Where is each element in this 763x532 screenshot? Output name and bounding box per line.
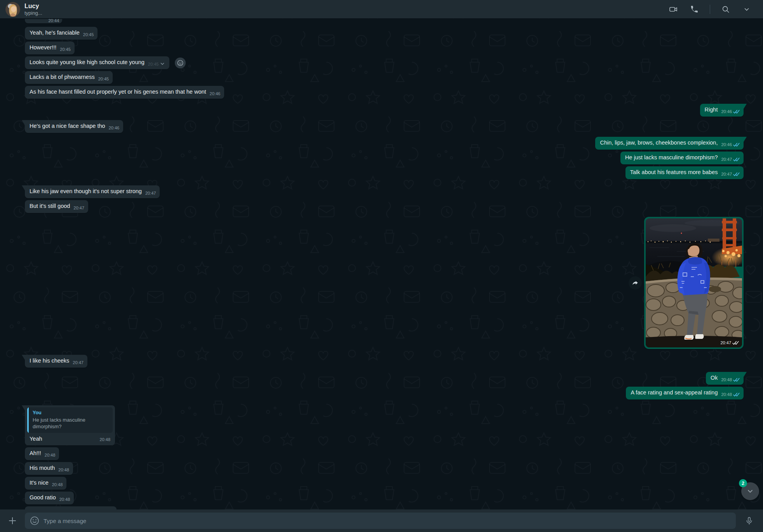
message-text: Yeah, he's fanciable: [30, 30, 80, 36]
message-text: It's nice: [30, 480, 49, 486]
smiley-icon: [30, 516, 40, 526]
quoted-message[interactable]: You He just lacks masculine dimorphism?: [27, 407, 113, 433]
message-menu-button[interactable]: [159, 61, 165, 67]
message-text: He's got a nice face shape tho: [30, 123, 105, 129]
message-text: But it's still good: [30, 203, 70, 209]
message-time: 20:47: [720, 340, 731, 345]
message-row: You He just lacks masculine dimorphism? …: [0, 405, 763, 445]
message-text: As his face hasnt filled out properly ye…: [30, 89, 206, 95]
message-time: 20:44: [48, 19, 59, 21]
message-list: 20:44 Yeah, he's fanciable20:45 However!…: [0, 18, 763, 509]
photo-thumbnail: [646, 218, 742, 347]
outgoing-message[interactable]: Right20:46: [700, 104, 744, 117]
incoming-message[interactable]: His mouth20:48: [25, 462, 73, 475]
message-time: 20:46: [109, 124, 120, 132]
message-composer: [0, 509, 763, 532]
incoming-message[interactable]: As his face hasnt filled out properly ye…: [25, 86, 224, 99]
message-time: 20:48: [58, 466, 69, 474]
smiley-icon: [177, 59, 184, 66]
message-text: Lacks a bit of phwoarness: [30, 74, 95, 80]
message-text: Talk about his features more babes: [630, 169, 718, 175]
attach-button[interactable]: [0, 509, 25, 532]
read-receipt-icon: [733, 172, 740, 176]
message-row: Yeah, he's fanciable20:45: [0, 27, 763, 40]
read-receipt-icon: [733, 157, 740, 162]
incoming-message[interactable]: Like his jaw even though it's not super …: [25, 185, 160, 198]
contact-avatar[interactable]: [5, 2, 20, 17]
incoming-message[interactable]: Good ratio20:48: [25, 492, 74, 504]
incoming-message[interactable]: He's got a nice face shape tho20:46: [25, 120, 123, 133]
incoming-message[interactable]: Yeah, he's fanciable20:45: [25, 27, 98, 40]
incoming-message[interactable]: Whatever you want to call it20:49: [25, 506, 117, 509]
chat-menu-button[interactable]: [739, 2, 754, 16]
image-message-meta: 20:47: [720, 340, 739, 345]
message-text: Yeah: [30, 435, 42, 443]
voice-record-button[interactable]: [741, 513, 757, 529]
message-time: 20:47: [721, 156, 732, 163]
quote-text: He just lacks masculine dimorphism?: [33, 417, 109, 430]
message-row: Lacks a bit of phwoarness20:45: [0, 71, 763, 84]
message-text: He just lacks masculine dimorphism?: [625, 154, 718, 160]
message-text: Like his jaw even though it's not super …: [30, 188, 142, 194]
message-row: Right20:46: [0, 104, 763, 117]
search-icon: [721, 5, 730, 14]
message-time: 20:45: [60, 46, 71, 53]
read-receipt-icon: [733, 110, 740, 114]
scroll-to-bottom-button[interactable]: 2: [741, 482, 759, 500]
incoming-message-with-quote[interactable]: You He just lacks masculine dimorphism? …: [25, 405, 115, 445]
message-time: 20:46: [210, 90, 221, 98]
outgoing-image-message[interactable]: 20:47: [644, 217, 744, 349]
voice-call-button[interactable]: [686, 2, 702, 16]
unread-count-badge: 2: [739, 479, 747, 487]
message-text: Right: [705, 106, 718, 113]
photo-night-bridge-scene: [646, 218, 742, 347]
forward-arrow-icon: [632, 279, 639, 286]
incoming-message[interactable]: Ah!!!20:48: [25, 447, 59, 460]
read-receipt-icon: [733, 378, 740, 382]
incoming-message-cutoff[interactable]: 20:44: [25, 19, 62, 23]
outgoing-message[interactable]: He just lacks masculine dimorphism?20:47: [620, 152, 744, 164]
forward-message-button[interactable]: [629, 276, 642, 290]
message-row: 20:47: [0, 217, 763, 349]
add-reaction-button[interactable]: [175, 58, 186, 68]
header-actions: [665, 2, 754, 16]
incoming-message[interactable]: But it's still good20:47: [25, 200, 88, 213]
message-text: Chin, lips, jaw, brows, cheekbones compl…: [600, 140, 718, 146]
search-button[interactable]: [718, 2, 733, 16]
incoming-message[interactable]: Looks quite young like high school cute …: [25, 56, 169, 69]
message-row: Like his jaw even though it's not super …: [0, 185, 763, 198]
message-row: 20:44: [0, 19, 763, 23]
message-text: Good ratio: [30, 494, 56, 501]
contact-info[interactable]: Lucy typing...: [24, 3, 665, 16]
incoming-message[interactable]: I like his cheeks20:47: [25, 355, 87, 368]
message-input-container[interactable]: [25, 513, 736, 529]
message-time: 20:45: [83, 31, 94, 38]
message-text: However!!!: [30, 44, 56, 51]
message-time: 20:47: [145, 190, 156, 197]
incoming-message[interactable]: However!!!20:45: [25, 42, 75, 54]
header-divider: [710, 5, 710, 14]
emoji-picker-button[interactable]: [30, 516, 40, 526]
message-input[interactable]: [44, 518, 731, 524]
message-row: Chin, lips, jaw, brows, cheekbones compl…: [0, 137, 763, 150]
outgoing-message[interactable]: A face rating and sex-appeal rating20:48: [626, 387, 744, 399]
video-call-button[interactable]: [665, 2, 681, 16]
outgoing-message[interactable]: Talk about his features more babes20:47: [625, 166, 744, 179]
message-row: Ok20:48: [0, 372, 763, 385]
incoming-message[interactable]: Lacks a bit of phwoarness20:45: [25, 71, 113, 84]
message-time: 20:46: [721, 108, 732, 115]
read-receipt-icon: [733, 392, 740, 397]
outgoing-message[interactable]: Chin, lips, jaw, brows, cheekbones compl…: [595, 137, 744, 150]
contact-name: Lucy: [24, 3, 665, 10]
quote-author: You: [33, 410, 109, 416]
chevron-down-icon: [743, 5, 751, 13]
message-time: 20:45: [98, 75, 109, 83]
chat-header: Lucy typing...: [0, 0, 763, 18]
message-row: He just lacks masculine dimorphism?20:47: [0, 152, 763, 164]
message-time: 20:48: [721, 391, 732, 398]
outgoing-message[interactable]: Ok20:48: [706, 372, 744, 385]
incoming-message[interactable]: It's nice20:48: [25, 477, 66, 490]
message-text: Looks quite young like high school cute …: [30, 59, 145, 65]
message-row: However!!!20:45: [0, 42, 763, 54]
message-time: 20:48: [721, 376, 732, 384]
